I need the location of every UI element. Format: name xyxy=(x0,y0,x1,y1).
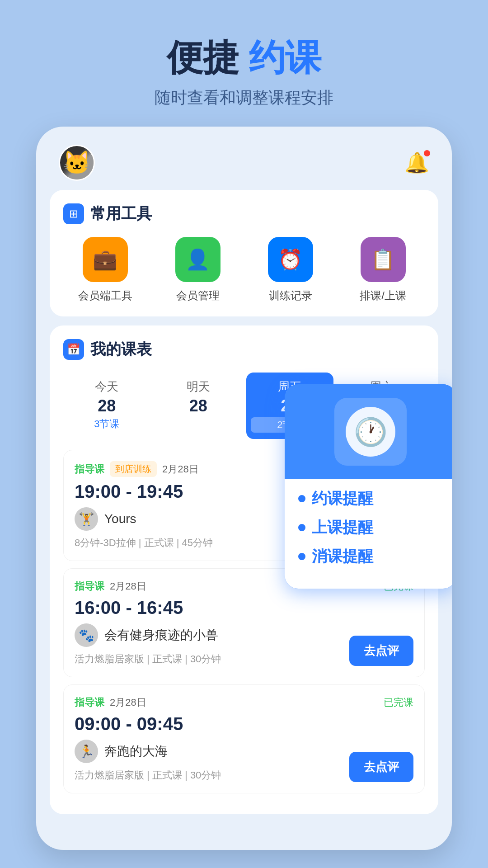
tool-icon-training-record: ⏰ xyxy=(268,237,313,282)
lesson-time-3: 09:00 - 09:45 xyxy=(75,714,413,734)
hero-title-accent: 约课 xyxy=(249,38,321,78)
tool-item-schedule[interactable]: 📋 排课/上课 xyxy=(341,237,425,303)
popup-icon-area: 🕐 xyxy=(285,384,452,479)
tools-title: 常用工具 xyxy=(90,203,152,224)
tools-grid: 💼 会员端工具 👤 会员管理 ⏰ 训练记录 📋 排课/上课 xyxy=(63,237,425,303)
tool-label-member-mgmt: 会员管理 xyxy=(176,288,220,303)
popup-card: 🕐 约课提醒 上课提醒 消课提醒 xyxy=(285,384,452,589)
schedule-header: 📅 我的课表 xyxy=(63,339,425,360)
popup-bullet-3 xyxy=(298,553,305,560)
day-name-today: 今天 xyxy=(68,379,146,395)
tool-icon-member-tools: 💼 xyxy=(83,237,128,282)
tool-item-member-tools[interactable]: 💼 会员端工具 xyxy=(63,237,147,303)
lesson-type-2: 指导课 xyxy=(75,580,104,593)
popup-item-3: 消课提醒 xyxy=(298,546,443,567)
lesson-date-2: 2月28日 xyxy=(110,580,146,593)
avatar-image xyxy=(60,146,94,179)
tool-icon-schedule: 📋 xyxy=(361,237,406,282)
lesson-date-3: 2月28日 xyxy=(110,696,146,709)
hero-subtitle: 随时查看和调整课程安排 xyxy=(0,87,488,109)
tool-icon-member-mgmt: 👤 xyxy=(175,237,221,282)
day-number-tomorrow: 28 xyxy=(160,396,238,415)
popup-item-1: 约课提醒 xyxy=(298,488,443,509)
lesson-date-1: 2月28日 xyxy=(162,462,199,476)
day-name-tomorrow: 明天 xyxy=(160,379,238,395)
lesson-header-3: 指导课 2月28日 已完课 xyxy=(75,696,413,709)
popup-text-3: 消课提醒 xyxy=(312,546,373,567)
day-tab-today[interactable]: 今天 28 3节课 xyxy=(63,373,150,439)
schedule-title: 我的课表 xyxy=(90,339,152,360)
notification-bell[interactable]: 🔔 xyxy=(404,151,429,175)
tools-icon: ⊞ xyxy=(63,203,84,224)
popup-list: 约课提醒 上课提醒 消课提醒 xyxy=(285,479,452,589)
tools-header: ⊞ 常用工具 xyxy=(63,203,425,224)
trainer-avatar-3: 🏃 xyxy=(75,740,98,763)
notification-badge xyxy=(423,149,431,157)
trainer-name-1: Yours xyxy=(104,512,136,526)
lesson-card-3: 指导课 2月28日 已完课 09:00 - 09:45 🏃 奔跑的大海 活力燃脂… xyxy=(63,684,425,793)
tools-card: ⊞ 常用工具 💼 会员端工具 👤 会员管理 ⏰ 训练记录 📋 排 xyxy=(50,190,438,316)
lesson-type-3: 指导课 xyxy=(75,696,104,709)
hero-title: 便捷 约课 xyxy=(0,36,488,80)
tool-label-training-record: 训练记录 xyxy=(269,288,312,303)
phone-mockup: 🔔 ⊞ 常用工具 💼 会员端工具 👤 会员管理 ⏰ xyxy=(36,127,452,850)
trainer-name-3: 奔跑的大海 xyxy=(104,743,168,760)
tool-item-member-mgmt[interactable]: 👤 会员管理 xyxy=(156,237,239,303)
trainer-name-2: 会有健身痕迹的小兽 xyxy=(104,627,218,644)
lesson-type-1: 指导课 xyxy=(75,462,104,476)
lesson-tag-1: 到店训练 xyxy=(110,461,157,477)
tool-item-training-record[interactable]: ⏰ 训练记录 xyxy=(249,237,332,303)
popup-bullet-2 xyxy=(298,524,305,531)
day-number-today: 28 xyxy=(68,396,146,415)
user-avatar xyxy=(59,145,95,181)
popup-clock-icon: 🕐 xyxy=(346,407,395,457)
phone-header: 🔔 xyxy=(50,140,438,190)
day-lessons-today: 3节课 xyxy=(68,417,146,431)
trainer-avatar-2: 🐾 xyxy=(75,623,98,647)
review-button-2[interactable]: 去点评 xyxy=(349,636,413,666)
schedule-icon: 📅 xyxy=(63,339,84,360)
hero-title-plain: 便捷 xyxy=(167,38,239,78)
tool-label-member-tools: 会员端工具 xyxy=(78,288,132,303)
phone-frame: 🔔 ⊞ 常用工具 💼 会员端工具 👤 会员管理 ⏰ xyxy=(36,127,452,850)
tool-label-schedule: 排课/上课 xyxy=(360,288,406,303)
popup-text-2: 上课提醒 xyxy=(312,517,373,538)
hero-section: 便捷 约课 随时查看和调整课程安排 xyxy=(0,0,488,109)
popup-text-1: 约课提醒 xyxy=(312,488,373,509)
review-button-3[interactable]: 去点评 xyxy=(349,752,413,782)
lesson-time-2: 16:00 - 16:45 xyxy=(75,598,413,618)
trainer-avatar-1: 🏋️ xyxy=(75,507,98,531)
popup-bullet-1 xyxy=(298,495,305,502)
lesson-completed-3: 已完课 xyxy=(384,696,413,709)
day-tab-tomorrow[interactable]: 明天 28 xyxy=(155,373,242,439)
popup-item-2: 上课提醒 xyxy=(298,517,443,538)
